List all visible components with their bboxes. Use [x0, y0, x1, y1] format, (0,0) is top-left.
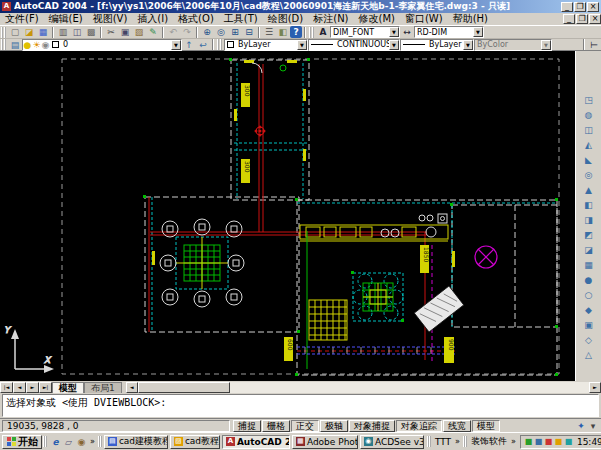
3d-sphere-icon[interactable]: ◍: [581, 108, 597, 123]
3d-wedge-icon[interactable]: ◣: [581, 153, 597, 168]
color-combo[interactable]: ByLayer ▼: [224, 39, 308, 51]
3d-pyramid-icon[interactable]: ▲: [581, 183, 597, 198]
band-overflow-icon[interactable]: »: [453, 437, 462, 446]
band-overflow-icon[interactable]: »: [509, 437, 518, 446]
linetype-combo[interactable]: CONTINUOUS ▼: [308, 39, 400, 51]
slice-icon[interactable]: ◩: [581, 228, 597, 243]
menu-help[interactable]: 帮助(H): [448, 13, 493, 25]
communication-center-icon[interactable]: ✦: [575, 420, 587, 432]
text-style-icon[interactable]: A: [316, 26, 330, 38]
menu-dimension[interactable]: 标注(N): [308, 13, 353, 25]
chevron-down-icon[interactable]: ▼: [171, 40, 181, 50]
doc-restore-button[interactable]: ❐: [576, 14, 588, 24]
match-properties-icon[interactable]: ✎: [146, 26, 160, 38]
publish-icon[interactable]: ▩: [84, 26, 98, 38]
tray-icon-5[interactable]: ■: [564, 437, 573, 446]
tray-icon-1[interactable]: ■: [524, 437, 533, 446]
paste-icon[interactable]: ▨: [132, 26, 146, 38]
3d-cylinder-icon[interactable]: ◫: [581, 123, 597, 138]
toggle-snap[interactable]: 捕捉: [233, 420, 261, 432]
band-decor-software[interactable]: 装饰软件: [469, 435, 509, 448]
3d-torus-icon[interactable]: ◎: [581, 168, 597, 183]
plot-preview-icon[interactable]: ◫: [70, 26, 84, 38]
copy-icon[interactable]: ▣: [118, 26, 132, 38]
materials-icon[interactable]: △: [581, 348, 597, 363]
designcenter-icon[interactable]: ◧: [276, 26, 290, 38]
menu-modify[interactable]: 修改(M): [354, 13, 400, 25]
tab-next-button[interactable]: ►: [26, 382, 39, 393]
help-icon[interactable]: ?: [290, 26, 302, 38]
save-icon[interactable]: ▦: [36, 26, 50, 38]
task-cad-tutorial-folder[interactable]: ▨ cad教程: [170, 435, 220, 449]
make-layer-current-icon[interactable]: ↑: [182, 39, 196, 51]
toggle-lineweight[interactable]: 线宽: [443, 420, 471, 432]
3d-box-icon[interactable]: ◳: [581, 93, 597, 108]
properties-icon[interactable]: ☰: [262, 26, 276, 38]
chevron-down-icon[interactable]: ▼: [463, 40, 473, 50]
chevron-down-icon[interactable]: ▼: [541, 40, 551, 50]
quick-launch-overflow-icon[interactable]: »: [88, 437, 97, 446]
revolve-icon[interactable]: ◨: [581, 213, 597, 228]
plot-style-combo[interactable]: ByColor ▼: [474, 39, 552, 51]
drawing-canvas[interactable]: 300 300 1850 600 900 Y X: [0, 51, 575, 381]
tray-icon-2[interactable]: ■: [534, 437, 543, 446]
toggle-grid[interactable]: 栅格: [262, 420, 290, 432]
show-desktop-icon[interactable]: ▱: [62, 437, 75, 447]
task-autocad[interactable]: A AutoCAD 200...: [222, 435, 290, 449]
menu-view[interactable]: 视图(V): [88, 13, 133, 25]
command-input-area[interactable]: 选择对象或 <使用 DVIEWBLOCK>:: [2, 394, 599, 417]
minimize-button[interactable]: _: [561, 2, 573, 12]
chevron-down-icon[interactable]: ▼: [297, 40, 307, 50]
menu-tools[interactable]: 工具(T): [219, 13, 263, 25]
intersect-icon[interactable]: ◆: [581, 303, 597, 318]
dim-style-combo[interactable]: RD-DIM ▼: [414, 26, 484, 38]
toggle-otrack[interactable]: 对象追踪: [396, 420, 442, 432]
properties-toolbar-grip[interactable]: [217, 39, 222, 50]
plot-icon[interactable]: ▥: [56, 26, 70, 38]
tray-icon-3[interactable]: ■: [544, 437, 553, 446]
zoom-realtime-icon[interactable]: ◎: [214, 26, 228, 38]
horizontal-scrollbar[interactable]: ◄ ►: [126, 382, 601, 393]
band-ttt[interactable]: TTT: [433, 437, 453, 447]
extrude-icon[interactable]: ◧: [581, 198, 597, 213]
layer-manager-icon[interactable]: ▤: [8, 39, 22, 51]
pan-icon[interactable]: ⊕: [200, 26, 214, 38]
styles-toolbar-grip[interactable]: [309, 27, 314, 38]
scroll-left-icon[interactable]: ◄: [126, 382, 138, 393]
task-adobe-photoshop[interactable]: ▦ Adobe Photo...: [292, 435, 358, 449]
lights-icon[interactable]: ◇: [581, 333, 597, 348]
chevron-down-icon[interactable]: ▼: [389, 27, 399, 37]
ie-icon[interactable]: e: [49, 437, 62, 447]
media-icon[interactable]: ◉: [75, 437, 88, 447]
union-icon[interactable]: ●: [581, 273, 597, 288]
undo-icon[interactable]: ↶: [166, 26, 180, 38]
task-cad-modeling-tutorial[interactable]: ▤ cad建模教程...: [104, 435, 168, 449]
redo-icon[interactable]: ↷: [180, 26, 194, 38]
menu-edit[interactable]: 编辑(E): [44, 13, 88, 25]
menu-draw[interactable]: 绘图(D): [263, 13, 309, 25]
start-button[interactable]: 开始: [2, 435, 42, 449]
tab-prev-button[interactable]: ◄: [13, 382, 26, 393]
tab-layout1[interactable]: 布局1: [84, 382, 122, 393]
tab-first-button[interactable]: |◄: [0, 382, 13, 393]
toggle-model-space[interactable]: 模型: [472, 420, 500, 432]
toggle-polar[interactable]: 极轴: [320, 420, 348, 432]
menu-window[interactable]: 窗口(W): [400, 13, 448, 25]
subtract-icon[interactable]: ○: [581, 288, 597, 303]
section-icon[interactable]: ◪: [581, 243, 597, 258]
scroll-right-icon[interactable]: ►: [589, 382, 601, 393]
3d-cone-icon[interactable]: ◭: [581, 138, 597, 153]
toggle-ortho[interactable]: 正交: [291, 420, 319, 432]
menu-format[interactable]: 格式(O): [173, 13, 219, 25]
chevron-down-icon[interactable]: ▼: [389, 40, 399, 50]
interfere-icon[interactable]: ▦: [581, 258, 597, 273]
layer-combo[interactable]: ● ☀ ◉ 0 ▼: [22, 39, 182, 51]
close-button[interactable]: ×: [587, 2, 599, 12]
new-icon[interactable]: ▢: [8, 26, 22, 38]
menu-file[interactable]: 文件(F): [0, 13, 44, 25]
open-icon[interactable]: ◪: [22, 26, 36, 38]
chevron-down-icon[interactable]: ▼: [473, 27, 483, 37]
tab-last-button[interactable]: ►|: [39, 382, 52, 393]
cut-icon[interactable]: ✂: [104, 26, 118, 38]
text-style-combo[interactable]: DIM_FONT ▼: [330, 26, 400, 38]
